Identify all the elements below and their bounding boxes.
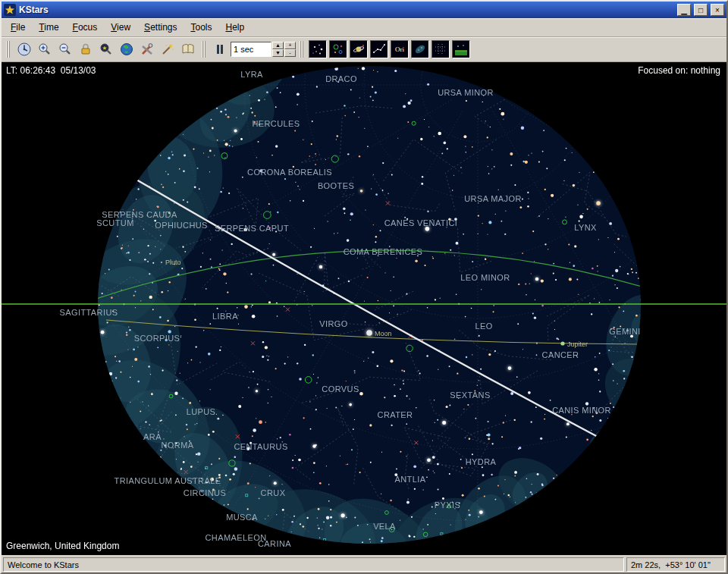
kstars-app-icon <box>4 4 16 16</box>
menu-file[interactable]: File <box>5 20 31 35</box>
close-button[interactable]: × <box>711 4 724 16</box>
globe-icon <box>119 42 134 57</box>
toggle-constellation-lines-button[interactable] <box>370 40 388 58</box>
toggle-stars-button[interactable] <box>309 40 327 58</box>
status-coordinates: 2m 22s, +53° 10' 01" <box>626 557 725 572</box>
toggle-coordinate-grid-button[interactable] <box>431 40 450 58</box>
statusbar: Welcome to KStars 2m 22s, +53° 10' 01" <box>2 555 726 573</box>
local-time-display: LT: 06:26:43 05/13/03 <box>6 65 96 76</box>
focus-status: Focused on: nothing <box>638 65 720 76</box>
clock-dial-icon <box>17 42 32 57</box>
maximize-button[interactable]: □ <box>694 4 708 16</box>
wand-icon <box>160 42 175 57</box>
coordinate-grid-icon <box>434 42 447 56</box>
book-icon <box>180 42 196 57</box>
toolbar-handle[interactable] <box>202 41 206 58</box>
toggle-clock-button[interactable] <box>210 39 230 59</box>
zoom-in-button[interactable] <box>35 39 55 59</box>
constellation-lines-icon <box>372 42 386 56</box>
toggle-constellation-names-button[interactable]: Ori <box>391 40 409 58</box>
zoom-in-icon <box>37 42 52 57</box>
zoom-out-icon <box>58 42 73 57</box>
configure-tools-button[interactable] <box>137 39 157 59</box>
time-step-input[interactable]: 1 sec <box>231 42 271 57</box>
toggle-milky-way-button[interactable] <box>411 40 429 58</box>
tools-icon <box>140 42 155 57</box>
sky-map[interactable]: LYRADRACOURSA MINORHERCULESCORONA BOREAL… <box>2 62 726 555</box>
kstars-logo-icon <box>4 4 16 16</box>
time-step-increase-button[interactable]: + <box>284 42 296 49</box>
menu-help[interactable]: Help <box>220 20 251 35</box>
track-object-button[interactable] <box>76 39 96 59</box>
main-toolbar: 1 sec ▲ ▼ + - <box>2 37 726 62</box>
menu-tools[interactable]: Tools <box>184 20 218 35</box>
menu-focus[interactable]: Focus <box>67 20 104 35</box>
saturn-icon <box>352 42 366 56</box>
minimize-button[interactable]: ▁ <box>677 4 691 16</box>
menu-time[interactable]: Time <box>33 20 64 35</box>
menu-view[interactable]: View <box>105 20 136 35</box>
time-step-value-spinner: + - <box>284 42 296 57</box>
zoom-out-button[interactable] <box>55 39 75 59</box>
toggle-horizon-button[interactable] <box>452 40 470 58</box>
horizon-icon <box>454 42 468 56</box>
toolbar-handle[interactable] <box>300 41 304 58</box>
pause-icon <box>212 42 228 57</box>
stars-icon <box>311 42 325 56</box>
constellation-names-icon: Ori <box>395 45 404 53</box>
time-step-decrease-button[interactable]: - <box>284 49 296 57</box>
sky-canvas[interactable] <box>2 62 726 555</box>
time-step-unit-down-button[interactable]: ▼ <box>272 49 284 57</box>
kstars-window: KStars ▁ □ × File Time Focus View Settin… <box>0 0 728 574</box>
menubar: File Time Focus View Settings Tools Help <box>2 18 726 37</box>
find-object-button[interactable] <box>96 39 116 59</box>
time-dial-button[interactable] <box>14 39 34 59</box>
handbook-button[interactable] <box>178 39 198 59</box>
milky-way-icon <box>413 42 427 56</box>
time-step-unit-spinner: ▲ ▼ <box>272 42 284 57</box>
time-step-unit-up-button[interactable]: ▲ <box>272 42 284 49</box>
window-title: KStars <box>19 5 674 15</box>
geolocation-button[interactable] <box>117 39 136 59</box>
find-object-icon <box>99 42 114 57</box>
toolbar-handle[interactable] <box>6 41 11 58</box>
status-message: Welcome to KStars <box>3 557 624 572</box>
geo-location-display: Greenwich, United Kingdom <box>6 541 119 551</box>
titlebar[interactable]: KStars ▁ □ × <box>2 2 726 18</box>
toggle-planets-button[interactable] <box>350 40 368 58</box>
deep-sky-icon <box>331 42 345 56</box>
toggle-deepsky-button[interactable] <box>329 40 347 58</box>
menu-settings[interactable]: Settings <box>138 20 183 35</box>
lock-icon <box>78 42 93 57</box>
wizard-button[interactable] <box>158 39 177 59</box>
